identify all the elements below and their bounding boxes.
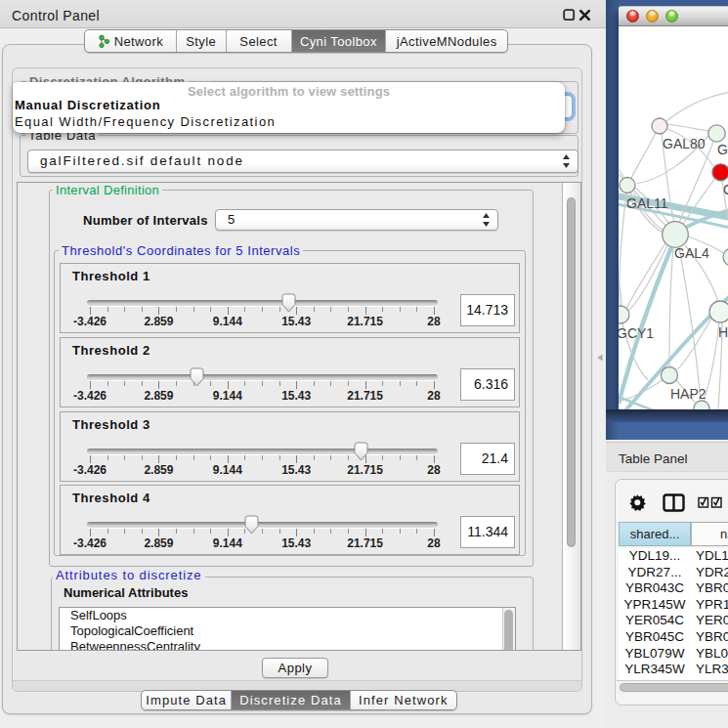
svg-text:GAL80: GAL80 — [663, 136, 706, 151]
svg-text:HAP2: HAP2 — [670, 386, 707, 402]
svg-text:GA: GA — [717, 142, 728, 157]
svg-text:GAL4: GAL4 — [674, 245, 709, 261]
svg-text:GCY1: GCY1 — [619, 325, 654, 341]
svg-text:H: H — [718, 324, 728, 340]
svg-text:GAL11: GAL11 — [626, 195, 668, 211]
svg-text:C: C — [723, 182, 728, 197]
